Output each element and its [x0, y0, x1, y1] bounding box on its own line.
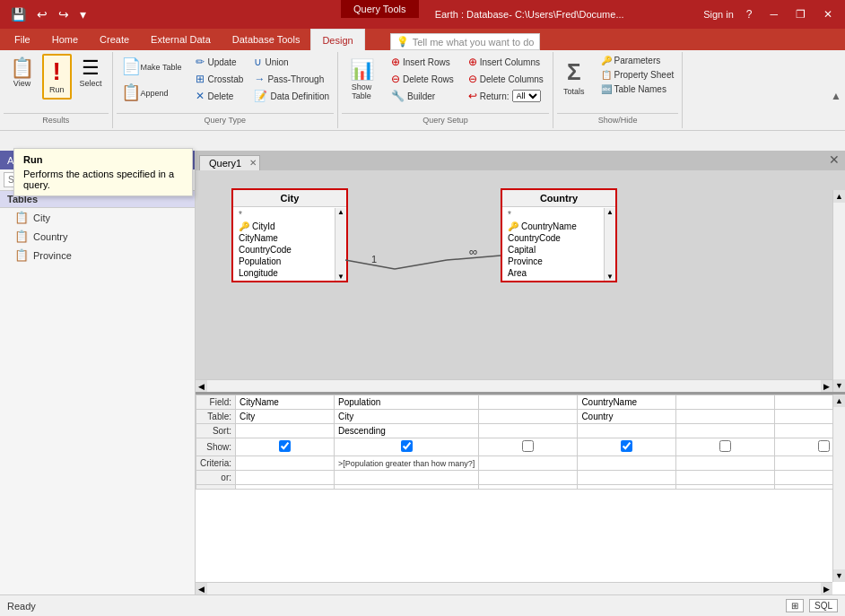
run-button[interactable]: ! Run: [42, 54, 72, 100]
nav-item-country[interactable]: 📋 Country: [0, 227, 195, 246]
country-scroll-up[interactable]: ▲: [605, 208, 615, 216]
union-button[interactable]: ∪ Union: [249, 54, 334, 70]
hscroll-left[interactable]: ◀: [196, 381, 207, 392]
crosstab-button[interactable]: ⊞ Crosstab: [191, 71, 248, 87]
tell-me-box[interactable]: 💡 Tell me what you want to do: [390, 33, 541, 50]
show-countryname-check[interactable]: [621, 440, 632, 452]
extra-col-6[interactable]: [775, 485, 832, 490]
country-field-asterisk[interactable]: *: [502, 209, 615, 221]
vscroll-track[interactable]: [833, 203, 845, 379]
hscroll-track[interactable]: [207, 380, 821, 392]
tab-external-data[interactable]: External Data: [140, 29, 222, 50]
tab-design[interactable]: Design: [310, 29, 364, 50]
doc-tab-query1[interactable]: Query1 ✕: [199, 155, 260, 170]
builder-button[interactable]: 🔧 Builder: [387, 88, 458, 104]
return-select[interactable]: All 5 25: [512, 90, 541, 102]
hscroll-right[interactable]: ▶: [821, 381, 832, 392]
criteria-cityname[interactable]: [236, 456, 335, 471]
table-country[interactable]: Country: [578, 410, 676, 424]
extra-col-5[interactable]: [676, 485, 775, 490]
quick-access-dropdown[interactable]: ▾: [76, 5, 90, 23]
sort-empty-2[interactable]: [676, 424, 775, 438]
data-definition-button[interactable]: 📝 Data Definition: [249, 88, 334, 104]
insert-rows-button[interactable]: ⊕ Insert Rows: [387, 54, 458, 70]
vscroll-up[interactable]: ▲: [833, 190, 845, 203]
country-field-area[interactable]: Area: [502, 267, 615, 279]
show-population[interactable]: [335, 438, 479, 456]
show-countryname[interactable]: [578, 438, 676, 456]
undo-icon[interactable]: ↩: [33, 5, 51, 23]
city-scroll-up[interactable]: ▲: [335, 208, 346, 216]
sort-population[interactable]: Descending: [335, 424, 479, 438]
grid-vscroll[interactable]: ▲ ▼: [832, 395, 845, 582]
or-empty-3[interactable]: [775, 471, 832, 485]
sql-view-button[interactable]: SQL: [809, 599, 838, 612]
sort-empty-1[interactable]: [479, 424, 578, 438]
vscroll-down[interactable]: ▼: [833, 379, 845, 392]
sign-in-button[interactable]: Sign in: [703, 9, 734, 20]
ribbon-collapse-button[interactable]: ▲: [831, 90, 841, 102]
city-field-cityname[interactable]: CityName: [233, 232, 346, 244]
extra-col-4[interactable]: [578, 485, 676, 490]
select-button[interactable]: ☰ Select: [74, 54, 109, 92]
show-cityname-check[interactable]: [279, 440, 291, 452]
grid-hscroll-left[interactable]: ◀: [196, 584, 207, 594]
tab-database-tools[interactable]: Database Tools: [222, 29, 311, 50]
table-city-1[interactable]: City: [236, 410, 335, 424]
sort-countryname[interactable]: [578, 424, 676, 438]
country-box-vscroll[interactable]: ▲ ▼: [604, 208, 615, 281]
grid-vscroll-up[interactable]: ▲: [833, 395, 845, 407]
grid-view-button[interactable]: ⊞: [786, 599, 804, 612]
nav-item-province[interactable]: 📋 Province: [0, 246, 195, 265]
view-button[interactable]: 📋 View: [4, 54, 40, 92]
close-button[interactable]: ✕: [818, 6, 838, 22]
show-empty3-check[interactable]: [818, 440, 830, 452]
show-empty-3[interactable]: [775, 438, 832, 456]
restore-button[interactable]: ❐: [790, 6, 811, 22]
city-field-countrycode[interactable]: CountryCode: [233, 244, 346, 256]
show-empty1-check[interactable]: [522, 440, 534, 452]
extra-col-1[interactable]: [236, 485, 335, 490]
sort-cityname[interactable]: [236, 424, 335, 438]
extra-col-3[interactable]: [479, 485, 578, 490]
show-empty2-check[interactable]: [719, 440, 731, 452]
criteria-empty-3[interactable]: [775, 456, 832, 471]
doc-tab-close-icon[interactable]: ✕: [249, 158, 257, 168]
show-table-button[interactable]: 📊 ShowTable: [342, 54, 381, 105]
grid-vscroll-track[interactable]: [833, 407, 845, 569]
show-empty-2[interactable]: [676, 438, 775, 456]
grid-hscroll-track[interactable]: [207, 583, 821, 594]
redo-icon[interactable]: ↪: [55, 5, 73, 23]
return-button[interactable]: ↩ Return: All 5 25: [464, 88, 548, 104]
show-empty-1[interactable]: [479, 438, 578, 456]
insert-columns-button[interactable]: ⊕ Insert Columns: [464, 54, 548, 70]
design-vscroll[interactable]: ▲ ▼: [832, 190, 845, 392]
delete-rows-button[interactable]: ⊖ Delete Rows: [387, 71, 458, 87]
grid-vscroll-down[interactable]: ▼: [833, 569, 845, 582]
delete-columns-button[interactable]: ⊖ Delete Columns: [464, 71, 548, 87]
table-empty-3[interactable]: [775, 410, 832, 424]
extra-col-2[interactable]: [335, 485, 479, 490]
update-button[interactable]: ✏ Update: [191, 54, 248, 70]
city-field-cityid[interactable]: 🔑 CityId: [233, 221, 346, 232]
close-all-button[interactable]: ✕: [823, 151, 845, 169]
save-icon[interactable]: 💾: [7, 5, 30, 23]
criteria-countryname[interactable]: [578, 456, 676, 471]
country-scroll-down[interactable]: ▼: [605, 273, 615, 281]
criteria-empty-2[interactable]: [676, 456, 775, 471]
city-field-asterisk[interactable]: *: [233, 209, 346, 221]
minimize-button[interactable]: ─: [764, 6, 783, 22]
or-empty-2[interactable]: [676, 471, 775, 485]
table-empty-2[interactable]: [676, 410, 775, 424]
country-field-countryname[interactable]: 🔑 CountryName: [502, 221, 615, 232]
nav-item-city[interactable]: 📋 City: [0, 208, 195, 227]
design-hscroll[interactable]: ◀ ▶: [196, 379, 832, 392]
tab-create[interactable]: Create: [89, 29, 140, 50]
criteria-empty-1[interactable]: [479, 456, 578, 471]
or-empty-1[interactable]: [479, 471, 578, 485]
field-empty-2[interactable]: [676, 395, 775, 410]
delete-button[interactable]: ✕ Delete: [191, 88, 248, 104]
field-empty-1[interactable]: [479, 395, 578, 410]
country-field-capital[interactable]: Capital: [502, 244, 615, 256]
or-cityname[interactable]: [236, 471, 335, 485]
